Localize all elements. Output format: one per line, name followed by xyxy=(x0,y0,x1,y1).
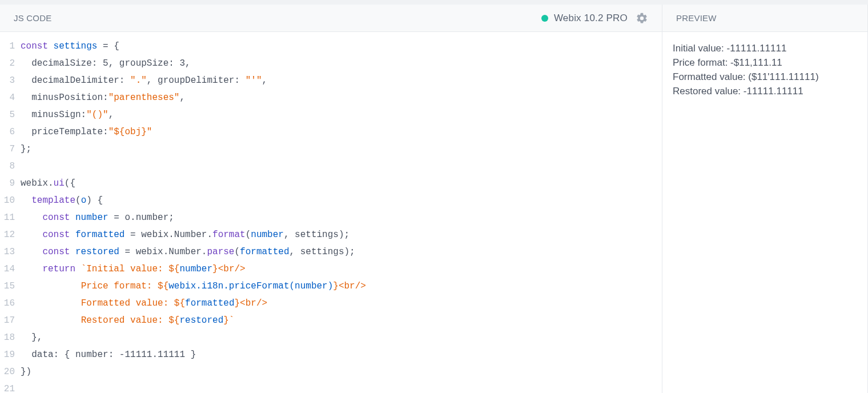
line-number: 5 xyxy=(0,106,15,123)
version-label: Webix 10.2 PRO xyxy=(554,13,628,24)
line-number: 18 xyxy=(0,329,15,346)
code-line[interactable]: const settings = { xyxy=(21,38,653,55)
code-line[interactable]: data: { number: -11111.11111 } xyxy=(21,346,653,363)
line-number: 20 xyxy=(0,363,15,380)
line-number: 11 xyxy=(0,209,15,226)
code-line[interactable]: const number = o.number; xyxy=(21,209,653,226)
line-number: 13 xyxy=(0,243,15,260)
gear-icon[interactable] xyxy=(636,12,648,25)
code-line[interactable]: minusSign:"()", xyxy=(21,106,653,123)
line-number: 4 xyxy=(0,89,15,106)
code-line[interactable]: }) xyxy=(21,363,653,380)
code-line[interactable]: minusPosition:"parentheses", xyxy=(21,89,653,106)
line-number: 14 xyxy=(0,260,15,278)
line-number: 21 xyxy=(0,380,15,393)
line-number: 9 xyxy=(0,175,15,192)
code-line[interactable] xyxy=(21,158,653,175)
status-dot-icon xyxy=(541,15,548,22)
code-line[interactable]: webix.ui({ xyxy=(21,175,653,192)
preview-line: Initial value: -11111.11111 xyxy=(673,41,857,55)
code-line[interactable]: Restored value: ${restored}` xyxy=(21,312,653,329)
line-number: 15 xyxy=(0,278,15,295)
code-line[interactable]: Price format: ${webix.i18n.priceFormat(n… xyxy=(21,278,653,295)
code-line[interactable]: decimalSize: 5, groupSize: 3, xyxy=(21,55,653,72)
preview-line: Restored value: -11111.11111 xyxy=(673,84,857,98)
code-line[interactable]: }; xyxy=(21,141,653,158)
code-line[interactable]: const restored = webix.Number.parse(form… xyxy=(21,243,653,260)
code-line[interactable]: const formatted = webix.Number.format(nu… xyxy=(21,226,653,243)
code-line[interactable]: template(o) { xyxy=(21,192,653,209)
code-line[interactable] xyxy=(21,380,653,393)
code-editor[interactable]: 123456789101112131415161718192021 const … xyxy=(0,32,662,393)
preview-output: Initial value: -11111.11111Price format:… xyxy=(662,32,867,393)
preview-panel-header: PREVIEW xyxy=(662,5,867,32)
line-number: 8 xyxy=(0,158,15,175)
code-line[interactable]: priceTemplate:"${obj}" xyxy=(21,123,653,141)
code-line[interactable]: decimalDelimiter: ".", groupDelimiter: "… xyxy=(21,72,653,89)
code-panel-header: JS CODE Webix 10.2 PRO xyxy=(0,5,662,32)
code-line[interactable]: }, xyxy=(21,329,653,346)
code-content[interactable]: const settings = { decimalSize: 5, group… xyxy=(21,38,662,393)
code-line[interactable]: return `Initial value: ${number}<br/> xyxy=(21,260,653,278)
line-number: 17 xyxy=(0,312,15,329)
preview-line: Price format: -$11,111.11 xyxy=(673,55,857,70)
line-number: 10 xyxy=(0,192,15,209)
line-number: 12 xyxy=(0,226,15,243)
line-number: 1 xyxy=(0,38,15,55)
line-number: 16 xyxy=(0,295,15,312)
app-root: JS CODE Webix 10.2 PRO 12345678910111213… xyxy=(0,0,868,393)
line-gutter: 123456789101112131415161718192021 xyxy=(0,38,21,393)
line-number: 7 xyxy=(0,141,15,158)
line-number: 2 xyxy=(0,55,15,72)
code-line[interactable]: Formatted value: ${formatted}<br/> xyxy=(21,295,653,312)
code-panel: JS CODE Webix 10.2 PRO 12345678910111213… xyxy=(0,5,662,393)
code-panel-title: JS CODE xyxy=(14,13,51,23)
line-number: 6 xyxy=(0,123,15,141)
line-number: 3 xyxy=(0,72,15,89)
line-number: 19 xyxy=(0,346,15,363)
preview-panel: PREVIEW Initial value: -11111.11111Price… xyxy=(662,5,868,393)
preview-panel-title: PREVIEW xyxy=(676,13,717,23)
preview-line: Formatted value: ($11'111.11111) xyxy=(673,70,857,84)
